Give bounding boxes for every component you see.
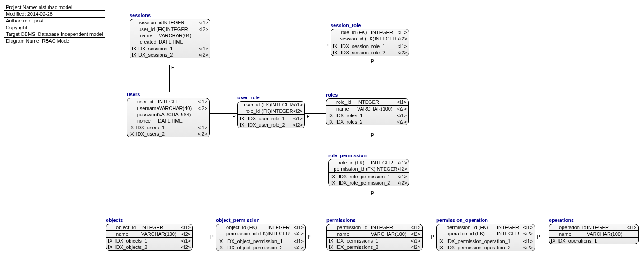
meta-project: Project Name: nist rbac model xyxy=(4,4,105,11)
metadata-box: Project Name: nist rbac model Modified: … xyxy=(4,4,105,44)
entity-permissions: permissions permission_idINTEGER<i1> nam… xyxy=(326,217,423,251)
meta-diagram: Diagram Name: RBAC Model xyxy=(4,38,105,44)
conn-users-userrole xyxy=(210,113,237,114)
meta-copyright: Copyright: xyxy=(4,24,105,31)
entity-session-role: session_role role_id (FK)INTEGER<i1> ses… xyxy=(331,22,409,56)
entity-role-permission: role_permission role_id (FK)INTEGER<i1> … xyxy=(328,153,409,186)
entity-title: users xyxy=(127,92,210,97)
marker-p: P xyxy=(371,59,374,64)
meta-target: Target DBMS: Database-independent model xyxy=(4,31,105,38)
entity-title: roles xyxy=(326,92,409,97)
entity-title: role_permission xyxy=(328,153,409,158)
conn-permissions-permissionoperation xyxy=(423,234,436,234)
entity-permission-operation: permission_operation permission_id (FK)I… xyxy=(436,217,535,251)
conn-permissions-objectpermission xyxy=(306,234,326,234)
conn-operations-permissionoperation xyxy=(535,234,549,234)
conn-roles-rolepermission xyxy=(369,133,369,153)
marker-p: P xyxy=(537,234,540,239)
marker-p: P xyxy=(371,133,374,138)
entity-operations: operations operation_idINTEGER<i1> nameV… xyxy=(549,217,639,244)
marker-p: P xyxy=(307,114,310,119)
entity-user-role: user_role user_id (FK)INTEGER<i1> role_i… xyxy=(237,95,305,128)
conn-objects-objectpermission xyxy=(193,234,216,234)
conn-permissions-rolepermission xyxy=(369,190,369,217)
entity-title: permission_operation xyxy=(436,217,535,223)
entity-sessions: sessions session_idINTEGER<i1> user_id (… xyxy=(130,13,210,58)
conn-roles-userrole xyxy=(305,113,326,114)
entity-title: objects xyxy=(106,217,193,223)
entity-roles: roles role_idINTEGER<i1> nameVARCHAR(100… xyxy=(326,92,409,125)
conn-users-sessions xyxy=(169,65,170,92)
entity-title: operations xyxy=(549,217,639,223)
entity-title: object_permission xyxy=(216,217,306,223)
marker-p: P xyxy=(210,234,214,239)
marker-p: P xyxy=(326,44,329,49)
marker-p: P xyxy=(171,65,174,70)
entity-users: users user_idINTEGER<i1> usernameVARCHAR… xyxy=(127,92,210,137)
marker-p: P xyxy=(371,191,374,196)
entity-title: permissions xyxy=(326,217,423,223)
entity-objects: objects object_idINTEGER<i1> nameVARCHAR… xyxy=(106,217,193,251)
marker-p: P xyxy=(431,234,434,239)
marker-p: P xyxy=(233,114,236,119)
marker-p: P xyxy=(308,234,311,239)
conn-roles-sessionrole xyxy=(369,58,369,92)
meta-modified: Modified: 2014-02-28 xyxy=(4,11,105,18)
entity-title: user_role xyxy=(237,95,305,100)
entity-title: session_role xyxy=(331,22,409,28)
entity-title: sessions xyxy=(130,13,210,18)
conn-sessions-sessionrole xyxy=(210,43,331,43)
entity-object-permission: object_permission object_id (FK)INTEGER<… xyxy=(216,217,306,251)
meta-author: Author: m.e. post xyxy=(4,18,105,24)
